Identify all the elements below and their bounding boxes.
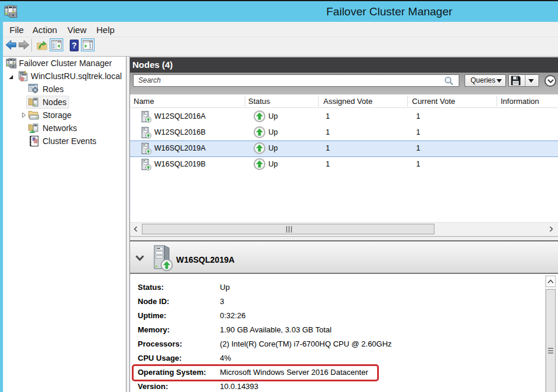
svg-text:?: ?: [72, 41, 77, 50]
